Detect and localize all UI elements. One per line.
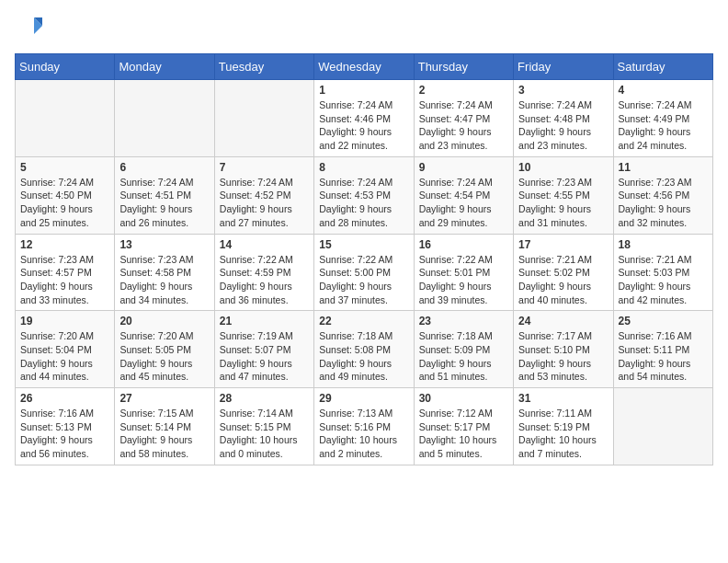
weekday-header-tuesday: Tuesday [214,54,313,80]
day-number: 22 [319,315,408,327]
calendar-cell [115,80,214,157]
calendar-cell: 22Sunrise: 7:18 AM Sunset: 5:08 PM Dayli… [314,311,414,388]
day-info: Sunrise: 7:22 AM Sunset: 5:01 PM Dayligh… [419,253,508,307]
calendar-cell: 7Sunrise: 7:24 AM Sunset: 4:52 PM Daylig… [214,156,313,234]
calendar-cell: 4Sunrise: 7:24 AM Sunset: 4:49 PM Daylig… [613,80,712,157]
day-info: Sunrise: 7:20 AM Sunset: 5:04 PM Dayligh… [20,329,109,384]
day-number: 28 [220,392,309,405]
day-number: 13 [119,238,209,251]
day-number: 27 [119,392,209,405]
calendar-cell: 20Sunrise: 7:20 AM Sunset: 5:05 PM Dayli… [115,311,214,388]
day-info: Sunrise: 7:24 AM Sunset: 4:54 PM Dayligh… [419,176,508,230]
day-info: Sunrise: 7:21 AM Sunset: 5:02 PM Dayligh… [518,253,608,307]
weekday-header-saturday: Saturday [613,54,712,80]
day-info: Sunrise: 7:16 AM Sunset: 5:13 PM Dayligh… [20,407,109,461]
calendar-cell: 30Sunrise: 7:12 AM Sunset: 5:17 PM Dayli… [414,388,513,465]
day-number: 24 [518,315,608,327]
calendar-cell: 6Sunrise: 7:24 AM Sunset: 4:51 PM Daylig… [115,156,214,234]
day-number: 10 [518,161,608,174]
day-info: Sunrise: 7:19 AM Sunset: 5:07 PM Dayligh… [220,329,309,384]
calendar-cell: 27Sunrise: 7:15 AM Sunset: 5:14 PM Dayli… [115,388,214,465]
calendar-week-4: 19Sunrise: 7:20 AM Sunset: 5:04 PM Dayli… [16,311,713,388]
day-number: 6 [119,161,209,174]
calendar-cell: 2Sunrise: 7:24 AM Sunset: 4:47 PM Daylig… [414,80,513,157]
day-info: Sunrise: 7:24 AM Sunset: 4:49 PM Dayligh… [619,98,708,153]
weekday-header-row: SundayMondayTuesdayWednesdayThursdayFrid… [16,54,713,80]
day-info: Sunrise: 7:24 AM Sunset: 4:52 PM Dayligh… [220,176,309,230]
day-number: 16 [419,238,508,251]
calendar-cell: 17Sunrise: 7:21 AM Sunset: 5:02 PM Dayli… [514,234,613,311]
calendar-cell: 31Sunrise: 7:11 AM Sunset: 5:19 PM Dayli… [514,388,613,465]
day-number: 7 [220,161,309,174]
calendar-cell [16,80,115,157]
day-info: Sunrise: 7:22 AM Sunset: 5:00 PM Dayligh… [319,253,408,307]
calendar-cell: 18Sunrise: 7:21 AM Sunset: 5:03 PM Dayli… [613,234,712,311]
calendar-table: SundayMondayTuesdayWednesdayThursdayFrid… [15,53,713,465]
day-info: Sunrise: 7:24 AM Sunset: 4:47 PM Dayligh… [419,98,508,153]
day-number: 30 [419,392,508,405]
day-info: Sunrise: 7:13 AM Sunset: 5:16 PM Dayligh… [319,407,408,461]
logo-icon [15,15,42,42]
day-number: 17 [518,238,608,251]
calendar-cell: 5Sunrise: 7:24 AM Sunset: 4:50 PM Daylig… [16,156,115,234]
day-number: 9 [419,161,508,174]
day-number: 12 [20,238,109,251]
weekday-header-wednesday: Wednesday [314,54,414,80]
calendar-week-5: 26Sunrise: 7:16 AM Sunset: 5:13 PM Dayli… [16,388,713,465]
day-info: Sunrise: 7:24 AM Sunset: 4:48 PM Dayligh… [518,98,608,153]
day-number: 23 [419,315,508,327]
day-info: Sunrise: 7:24 AM Sunset: 4:53 PM Dayligh… [319,176,408,230]
weekday-header-sunday: Sunday [16,54,115,80]
day-number: 26 [20,392,109,405]
calendar-cell: 10Sunrise: 7:23 AM Sunset: 4:55 PM Dayli… [514,156,613,234]
calendar-cell: 1Sunrise: 7:24 AM Sunset: 4:46 PM Daylig… [314,80,414,157]
day-number: 21 [220,315,309,327]
calendar-cell: 14Sunrise: 7:22 AM Sunset: 4:59 PM Dayli… [214,234,313,311]
calendar-cell: 24Sunrise: 7:17 AM Sunset: 5:10 PM Dayli… [514,311,613,388]
day-number: 14 [220,238,309,251]
calendar-week-2: 5Sunrise: 7:24 AM Sunset: 4:50 PM Daylig… [16,156,713,234]
calendar-cell: 16Sunrise: 7:22 AM Sunset: 5:01 PM Dayli… [414,234,513,311]
page-header [15,15,713,42]
day-info: Sunrise: 7:11 AM Sunset: 5:19 PM Dayligh… [518,407,608,461]
calendar-cell: 9Sunrise: 7:24 AM Sunset: 4:54 PM Daylig… [414,156,513,234]
day-number: 31 [518,392,608,405]
day-number: 11 [619,161,708,174]
day-info: Sunrise: 7:18 AM Sunset: 5:08 PM Dayligh… [319,329,408,384]
day-info: Sunrise: 7:23 AM Sunset: 4:58 PM Dayligh… [119,253,209,307]
weekday-header-monday: Monday [115,54,214,80]
calendar-cell: 23Sunrise: 7:18 AM Sunset: 5:09 PM Dayli… [414,311,513,388]
day-number: 4 [619,84,708,97]
calendar-cell [613,388,712,465]
calendar-cell: 26Sunrise: 7:16 AM Sunset: 5:13 PM Dayli… [16,388,115,465]
calendar-cell: 21Sunrise: 7:19 AM Sunset: 5:07 PM Dayli… [214,311,313,388]
calendar-cell: 25Sunrise: 7:16 AM Sunset: 5:11 PM Dayli… [613,311,712,388]
weekday-header-thursday: Thursday [414,54,513,80]
day-info: Sunrise: 7:24 AM Sunset: 4:50 PM Dayligh… [20,176,109,230]
day-number: 29 [319,392,408,405]
weekday-header-friday: Friday [514,54,613,80]
day-info: Sunrise: 7:24 AM Sunset: 4:51 PM Dayligh… [119,176,209,230]
day-info: Sunrise: 7:23 AM Sunset: 4:57 PM Dayligh… [20,253,109,307]
day-number: 15 [319,238,408,251]
day-number: 3 [518,84,608,97]
day-info: Sunrise: 7:22 AM Sunset: 4:59 PM Dayligh… [220,253,309,307]
calendar-cell: 3Sunrise: 7:24 AM Sunset: 4:48 PM Daylig… [514,80,613,157]
logo [15,15,46,42]
day-number: 25 [619,315,708,327]
calendar-cell: 19Sunrise: 7:20 AM Sunset: 5:04 PM Dayli… [16,311,115,388]
day-info: Sunrise: 7:18 AM Sunset: 5:09 PM Dayligh… [419,329,508,384]
day-info: Sunrise: 7:23 AM Sunset: 4:55 PM Dayligh… [518,176,608,230]
calendar-cell: 13Sunrise: 7:23 AM Sunset: 4:58 PM Dayli… [115,234,214,311]
calendar-cell: 28Sunrise: 7:14 AM Sunset: 5:15 PM Dayli… [214,388,313,465]
day-number: 19 [20,315,109,327]
day-number: 2 [419,84,508,97]
day-info: Sunrise: 7:24 AM Sunset: 4:46 PM Dayligh… [319,98,408,153]
calendar-cell: 12Sunrise: 7:23 AM Sunset: 4:57 PM Dayli… [16,234,115,311]
calendar-cell: 15Sunrise: 7:22 AM Sunset: 5:00 PM Dayli… [314,234,414,311]
calendar-cell: 11Sunrise: 7:23 AM Sunset: 4:56 PM Dayli… [613,156,712,234]
calendar-week-1: 1Sunrise: 7:24 AM Sunset: 4:46 PM Daylig… [16,80,713,157]
day-info: Sunrise: 7:20 AM Sunset: 5:05 PM Dayligh… [119,329,209,384]
day-number: 18 [619,238,708,251]
calendar-cell: 29Sunrise: 7:13 AM Sunset: 5:16 PM Dayli… [314,388,414,465]
